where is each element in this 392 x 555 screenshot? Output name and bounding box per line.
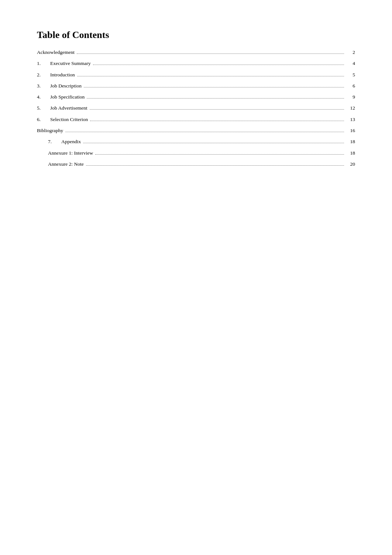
toc-item-number: 4. — [37, 93, 50, 101]
toc-row: Acknowledgement2 — [37, 48, 355, 57]
toc-item-number: 7. — [48, 137, 61, 146]
toc-row: 3.Job Description6 — [37, 82, 355, 90]
toc-item-number: 2. — [37, 70, 50, 79]
toc-item-dots — [90, 109, 344, 110]
toc-item-dots — [90, 121, 344, 121]
toc-row: Annexure 2: Note20 — [37, 160, 355, 169]
toc-row: Annexure 1: Interview18 — [37, 149, 355, 158]
toc-item-page: 18 — [346, 137, 355, 146]
toc-item-label: Appendix — [61, 137, 81, 146]
toc-item-label: Executive Summary — [50, 59, 91, 68]
toc-item-label: Annexure 2: Note — [48, 160, 84, 169]
toc-row: 5.Job Advertisement12 — [37, 104, 355, 113]
toc-item-label: Annexure 1: Interview — [48, 149, 93, 158]
toc-item-label: Job Specification — [50, 93, 85, 101]
toc-item-label: Job Advertisement — [50, 104, 87, 113]
toc-item-page: 6 — [346, 82, 355, 90]
toc-row: Bibliography16 — [37, 126, 355, 135]
toc-item-number: 1. — [37, 59, 50, 68]
toc-item-number: 3. — [37, 82, 50, 90]
toc-list: Acknowledgement21.Executive Summary42.In… — [37, 48, 355, 169]
toc-item-page: 5 — [346, 70, 355, 79]
toc-item-page: 12 — [346, 104, 355, 113]
toc-item-dots — [95, 154, 344, 155]
toc-item-dots — [93, 65, 344, 65]
toc-item-dots — [87, 98, 344, 99]
toc-item-dots — [86, 165, 344, 166]
toc-item-label: Selection Criterion — [50, 115, 88, 124]
toc-item-page: 9 — [346, 93, 355, 101]
toc-item-dots — [77, 54, 344, 54]
toc-item-dots — [77, 76, 344, 76]
page-container: Table of Contents Acknowledgement21.Exec… — [0, 0, 392, 200]
toc-row: 2.Introduction5 — [37, 70, 355, 79]
toc-item-page: 20 — [346, 160, 355, 169]
toc-item-dots — [84, 87, 344, 87]
toc-item-number: 6. — [37, 115, 50, 124]
toc-item-page: 16 — [346, 126, 355, 135]
toc-item-page: 18 — [346, 149, 355, 158]
toc-item-page: 13 — [346, 115, 355, 124]
toc-title: Table of Contents — [37, 30, 355, 41]
toc-item-label: Job Description — [50, 82, 82, 90]
toc-row: 7.Appendix18 — [37, 137, 355, 146]
toc-item-label: Introduction — [50, 70, 75, 79]
toc-item-page: 4 — [346, 59, 355, 68]
toc-item-label: Bibliography — [37, 126, 63, 135]
toc-item-number: 5. — [37, 104, 50, 113]
toc-row: 4.Job Specification9 — [37, 93, 355, 101]
toc-item-dots — [65, 132, 344, 132]
toc-item-page: 2 — [346, 48, 355, 57]
toc-row: 6.Selection Criterion13 — [37, 115, 355, 124]
toc-item-label: Acknowledgement — [37, 48, 75, 57]
toc-item-dots — [83, 143, 344, 143]
toc-row: 1.Executive Summary4 — [37, 59, 355, 68]
